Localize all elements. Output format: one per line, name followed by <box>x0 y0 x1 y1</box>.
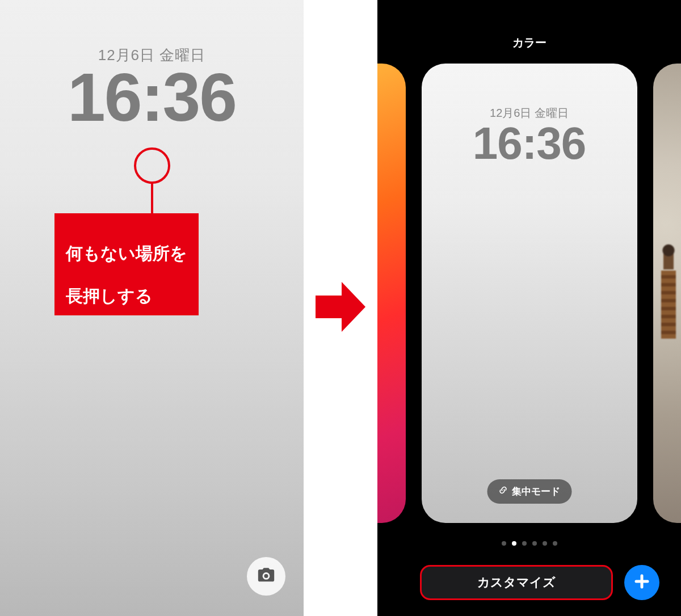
customize-button-label: カスタマイズ <box>477 574 556 591</box>
callout-line-2: 長押しする <box>66 286 153 305</box>
page-dot <box>532 541 537 546</box>
transition-arrow-area <box>304 0 377 616</box>
instruction-callout: 何もない場所を 長押しする <box>54 213 199 315</box>
wallpaper-card-prev[interactable] <box>377 64 406 523</box>
wallpaper-gallery-panel: カラー 12月6日 金曜日 16:36 集中モード カスタマイズ <box>377 0 681 616</box>
wallpaper-card-next[interactable] <box>653 64 682 523</box>
page-indicator <box>377 541 681 546</box>
camera-icon <box>257 566 276 587</box>
focus-mode-label: 集中モード <box>512 485 560 498</box>
wallpaper-card-current[interactable]: 12月6日 金曜日 16:36 集中モード <box>422 64 637 523</box>
plus-icon <box>633 573 650 592</box>
callout-line-1: 何もない場所を <box>66 244 187 263</box>
link-icon <box>498 486 507 497</box>
add-wallpaper-button[interactable] <box>624 565 659 600</box>
long-press-indicator-line <box>151 183 153 214</box>
cat-figurine-image <box>659 242 678 344</box>
page-dot <box>553 541 557 546</box>
page-dot <box>502 541 506 546</box>
lock-screen-time: 16:36 <box>0 63 304 131</box>
arrow-right-icon <box>316 279 365 337</box>
page-dot <box>543 541 547 546</box>
long-press-indicator-circle <box>134 147 170 184</box>
lock-screen-panel: 12月6日 金曜日 16:36 何もない場所を 長押しする <box>0 0 304 616</box>
camera-button[interactable] <box>247 557 285 596</box>
page-dot <box>522 541 527 546</box>
svg-marker-0 <box>316 282 365 332</box>
page-dot-active <box>512 541 516 546</box>
gallery-title: カラー <box>377 35 681 50</box>
card-time: 16:36 <box>473 121 586 166</box>
customize-button[interactable]: カスタマイズ <box>420 565 613 600</box>
focus-mode-button[interactable]: 集中モード <box>487 479 571 504</box>
wallpaper-cards-row: 12月6日 金曜日 16:36 集中モード <box>377 64 681 523</box>
bottom-toolbar: カスタマイズ <box>377 565 681 600</box>
